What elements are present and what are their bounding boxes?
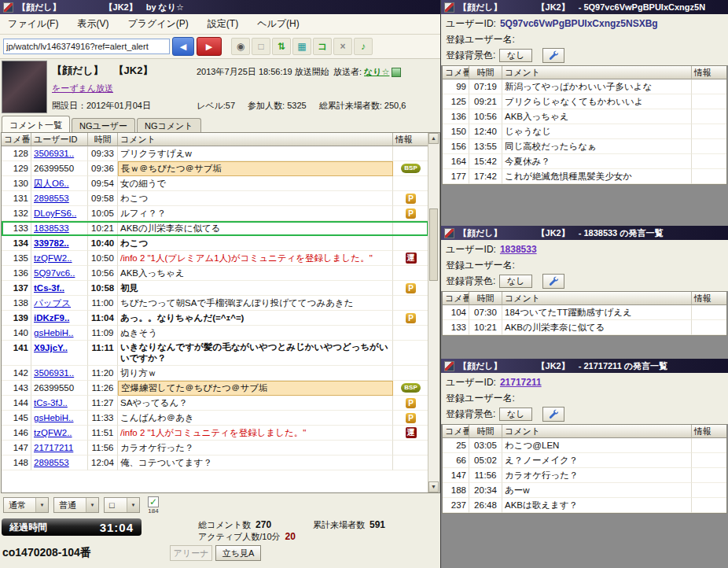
- table-row[interactable]: 2503:05わこつ@LEN: [443, 438, 726, 453]
- sound-icon[interactable]: ♪: [354, 38, 373, 55]
- menu-view[interactable]: 表示(V): [77, 17, 108, 31]
- table-row[interactable]: 17717:42これが絶滅危惧種黒髪美少女か: [443, 169, 726, 184]
- scroll-thumb[interactable]: [429, 208, 438, 281]
- table-row[interactable]: 134339782..10:40わこつ: [2, 236, 428, 251]
- table-row[interactable]: 1292639955009:36長ｗ＠ちびたつ＠サブ垢BSP: [2, 161, 428, 176]
- connect-button[interactable]: ◀: [172, 37, 194, 56]
- speed-select[interactable]: 普通 ▼: [53, 497, 99, 513]
- user-id-link[interactable]: 26399550: [34, 383, 74, 393]
- header-comment-number[interactable]: コメ番: [443, 66, 469, 79]
- table-row[interactable]: 1365Q97vc6..10:56AKB入っちゃえ: [2, 266, 428, 281]
- table-row[interactable]: 148289855312:04俺、コテついてます？: [2, 456, 428, 470]
- play-button[interactable]: ▶: [197, 37, 222, 56]
- header-info[interactable]: 情報: [692, 66, 726, 79]
- user-id-link[interactable]: tzQFW2..: [34, 253, 72, 263]
- user-id-link[interactable]: DLoyFS6..: [34, 208, 76, 218]
- header-info[interactable]: 情報: [393, 133, 428, 146]
- header-time[interactable]: 時間: [469, 292, 502, 305]
- user-window-titlebar[interactable]: 【顔だし】 【JK2】 - 5Q97vc6VwPgBPUIxCxngz5N: [441, 0, 728, 14]
- color-select[interactable]: □ ▼: [104, 497, 140, 513]
- header-time[interactable]: 時間: [88, 133, 118, 146]
- header-time[interactable]: 時間: [469, 425, 502, 438]
- scroll-up-icon[interactable]: ▲: [428, 133, 439, 144]
- scrollbar[interactable]: ▲ ▼: [428, 133, 439, 492]
- table-row[interactable]: 15613:55同じ高校だったらなぁ: [443, 139, 726, 154]
- comment-icon[interactable]: コ: [313, 38, 332, 55]
- user-id-link[interactable]: gsHebiH..: [34, 413, 74, 422]
- table-row[interactable]: 23726:48AKBは歌えます？: [443, 498, 726, 513]
- capture-icon[interactable]: ◉: [231, 38, 250, 55]
- scroll-down-icon[interactable]: ▼: [428, 481, 439, 492]
- table-row[interactable]: 135tzQFW2..10:50/info 2 "1人(プレミアム1人)がコミュ…: [2, 251, 428, 266]
- url-input[interactable]: [3, 39, 170, 54]
- header-comment-number[interactable]: コメ番: [443, 425, 469, 438]
- caster-link[interactable]: なり☆: [364, 66, 389, 78]
- user-id-link[interactable]: 1838533: [34, 223, 69, 233]
- table-row[interactable]: 12509:21プリクらじゃなくてもかわいいよ: [443, 94, 726, 109]
- user-id-value[interactable]: 1838533: [500, 244, 537, 255]
- tab-ng-comment[interactable]: NGコメント: [137, 118, 201, 132]
- user-id-link[interactable]: tCs-3f..: [34, 283, 64, 293]
- menu-help[interactable]: ヘルプ(H): [257, 17, 300, 31]
- table-row[interactable]: 14711:56カラオケ行った？: [443, 468, 726, 483]
- user-id-value[interactable]: 5Q97vc6VwPgBPUIxCxngz5NSXBg: [500, 18, 658, 29]
- table-row[interactable]: 1283506931..09:33プリクラすげえw: [2, 146, 428, 161]
- table-row[interactable]: 144tCs-3fJ..11:27SAやってるん？P: [2, 396, 428, 411]
- header-comment[interactable]: コメント: [502, 425, 692, 438]
- table-row[interactable]: 141X9JjcY..11:11いきなりなんですが髪の毛ながいやつとみじかいやつ…: [2, 341, 428, 366]
- header-comment[interactable]: コメント: [118, 133, 393, 146]
- table-row[interactable]: 138パップス11:00ちびたつって朝SAで手榴弾ぽんぽり投げててつみあきた: [2, 296, 428, 311]
- user-id-link[interactable]: X9JjcY..: [34, 343, 68, 352]
- bg-color-none-button[interactable]: なし: [499, 408, 532, 421]
- user-id-link[interactable]: gsHebiH..: [34, 328, 74, 337]
- menu-file[interactable]: ファイル(F): [8, 17, 58, 31]
- table-row[interactable]: 145gsHebiH..11:33こんばんわ＠あきP: [2, 411, 428, 426]
- window-icon[interactable]: □: [252, 38, 270, 55]
- user-id-link[interactable]: iDKzF9..: [34, 313, 69, 323]
- arena-button[interactable]: アリーナ: [170, 545, 212, 561]
- table-row[interactable]: 10407:30184ついてたTT躍動感すげええ: [443, 305, 726, 320]
- header-comment-number[interactable]: コメ番: [2, 133, 31, 146]
- community-link[interactable]: をーずまん放送: [52, 83, 113, 94]
- updown-icon[interactable]: ⇅: [272, 38, 291, 55]
- user-id-link[interactable]: 21717211: [34, 443, 73, 452]
- user-id-link[interactable]: 2898553: [34, 458, 69, 467]
- table-row[interactable]: 140gsHebiH..11:09ぬきそう: [2, 326, 428, 341]
- main-titlebar[interactable]: 【顔だし】 【JK2】 by なり☆: [0, 0, 440, 14]
- user-id-link[interactable]: パップス: [34, 298, 71, 308]
- bg-color-none-button[interactable]: なし: [499, 49, 532, 62]
- size-select[interactable]: 通常 ▼: [3, 497, 49, 513]
- user-id-link[interactable]: 囚人O6..: [34, 179, 69, 188]
- close-icon[interactable]: ×: [333, 38, 352, 55]
- table-row[interactable]: 18820:34あーw: [443, 483, 726, 498]
- panel-icon[interactable]: ▦: [292, 38, 311, 55]
- tab-comment-list[interactable]: コメント一覧: [2, 116, 70, 132]
- user-id-link[interactable]: tCs-3fJ..: [34, 398, 68, 408]
- table-row[interactable]: 1432639955011:26空爆練習してた＠ちびたつ＠サブ垢BSP: [2, 381, 428, 396]
- table-row[interactable]: 13610:56AKB入っちゃえ: [443, 109, 726, 124]
- header-comment[interactable]: コメント: [502, 292, 692, 305]
- user-id-link[interactable]: tzQFW2..: [34, 428, 72, 437]
- user-window-titlebar[interactable]: 【顔だし】 【JK2】 - 1838533 の発言一覧: [441, 226, 728, 240]
- user-id-link[interactable]: 2898553: [34, 194, 69, 203]
- table-row[interactable]: 133183853310:21AKBの川栄李奈に似てる: [2, 221, 428, 236]
- bg-color-none-button[interactable]: なし: [499, 275, 532, 288]
- table-row[interactable]: 6605:02え？ノーメイク？: [443, 453, 726, 468]
- wrench-icon[interactable]: [542, 274, 564, 289]
- table-row[interactable]: 1472171721111:56カラオケ行った？: [2, 441, 428, 456]
- standing-a-button[interactable]: 立ち見A: [215, 545, 261, 561]
- wrench-icon[interactable]: [542, 407, 564, 422]
- user-window-titlebar[interactable]: 【顔だし】 【JK2】 - 21717211 の発言一覧: [441, 359, 728, 373]
- table-row[interactable]: 131289855309:58わこつP: [2, 191, 428, 206]
- user-id-link[interactable]: 3506931..: [34, 149, 74, 158]
- user-id-link[interactable]: 26399550: [34, 164, 74, 173]
- header-info[interactable]: 情報: [692, 425, 726, 438]
- user-id-value[interactable]: 21717211: [500, 377, 542, 388]
- user-id-link[interactable]: 339782..: [34, 238, 69, 248]
- menu-plugin[interactable]: プラグイン(P): [127, 17, 188, 31]
- header-info[interactable]: 情報: [692, 292, 726, 305]
- header-comment[interactable]: コメント: [502, 66, 692, 79]
- header-comment-number[interactable]: コメ番: [443, 292, 469, 305]
- table-row[interactable]: 13310:21AKBの川栄李奈に似てる: [443, 320, 726, 335]
- tab-ng-user[interactable]: NGユーザー: [72, 118, 135, 132]
